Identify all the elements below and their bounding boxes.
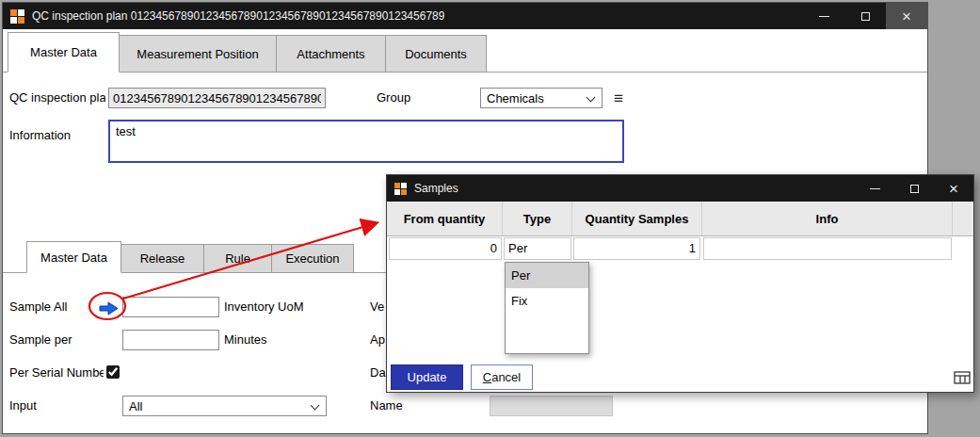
sample-all-label: Sample All [9,297,96,317]
subtab-rule[interactable]: Rule [203,244,272,273]
app-logo-icon [10,9,24,24]
column-header-from-quantity: From quantity [387,202,503,235]
group-combobox[interactable]: Chemicals [480,88,602,108]
chevron-down-icon [586,93,596,103]
grid-view-icon[interactable] [954,370,972,385]
cell-from-quantity[interactable]: 0 [389,237,502,260]
input-combobox[interactable]: All [122,396,327,416]
information-textarea[interactable]: test [108,120,624,163]
main-titlebar: QC inspection plan 012345678901234567890… [3,3,927,29]
samples-dialog-title: Samples [414,182,458,195]
information-label: Information [9,125,71,146]
subtab-release[interactable]: Release [120,244,204,273]
cell-quantity-samples[interactable]: 1 [573,237,700,260]
column-header-info: Info [702,202,953,235]
column-header-type: Type [503,202,572,235]
input-label: Input [9,396,96,416]
per-serial-number-checkbox[interactable] [106,365,120,379]
inventory-uom-label: Inventory UoM [224,297,304,317]
qc-inspection-plan-input[interactable] [108,88,326,108]
close-icon[interactable]: × [934,175,973,202]
maximize-icon[interactable] [894,175,934,202]
cancel-button[interactable]: Cancel [471,364,533,390]
sample-per-label: Sample per [9,330,96,350]
minimize-icon[interactable] [855,175,894,202]
cell-type[interactable]: Per [504,237,571,260]
subtab-execution[interactable]: Execution [271,244,354,273]
maximize-icon[interactable] [844,3,886,29]
column-header-quantity-samples: Quantity Samples [572,202,702,235]
tab-attachments[interactable]: Attachments [276,35,386,73]
minutes-label: Minutes [224,330,267,350]
name-field[interactable] [490,396,613,416]
samples-titlebar: Samples × [387,175,973,202]
close-icon[interactable]: × [886,3,927,29]
tab-master-data[interactable]: Master Data [8,32,120,73]
app-logo-icon [394,183,407,195]
dropdown-option-fix[interactable]: Fix [506,288,588,314]
dropdown-option-per[interactable]: Per [506,263,588,288]
main-tabbar: Master Data Measurement Position Attachm… [3,29,927,73]
sample-per-input[interactable] [122,330,219,350]
tab-documents[interactable]: Documents [385,35,487,73]
subtab-master-data[interactable]: Master Data [26,241,121,273]
qc-inspection-plan-label: QC inspection pla [9,88,105,108]
samples-grid-header: From quantity Type Quantity Samples Info [387,202,973,236]
group-combobox-value: Chemicals [487,91,544,105]
tab-measurement-position[interactable]: Measurement Position [119,35,277,73]
minimize-icon[interactable] [803,3,844,29]
window-controls: × [803,3,927,29]
open-samples-arrow-icon[interactable] [98,301,120,316]
samples-window-controls: × [855,175,973,202]
type-dropdown-list: Per Fix [505,262,589,354]
sample-all-input[interactable] [122,297,219,317]
cell-info[interactable] [703,237,952,260]
chevron-down-icon [311,401,320,411]
per-serial-number-label: Per Serial Numbe [9,363,104,383]
window-title: QC inspection plan 012345678901234567890… [32,9,444,23]
update-button[interactable]: Update [391,364,463,390]
samples-dialog: Samples × From quantity Type Quantity Sa… [386,174,974,393]
name-label: Name [370,396,403,416]
group-label: Group [377,88,410,108]
input-combobox-value: All [129,399,142,413]
list-icon[interactable]: ≡ [614,90,623,106]
column-header-spacer [953,202,973,235]
